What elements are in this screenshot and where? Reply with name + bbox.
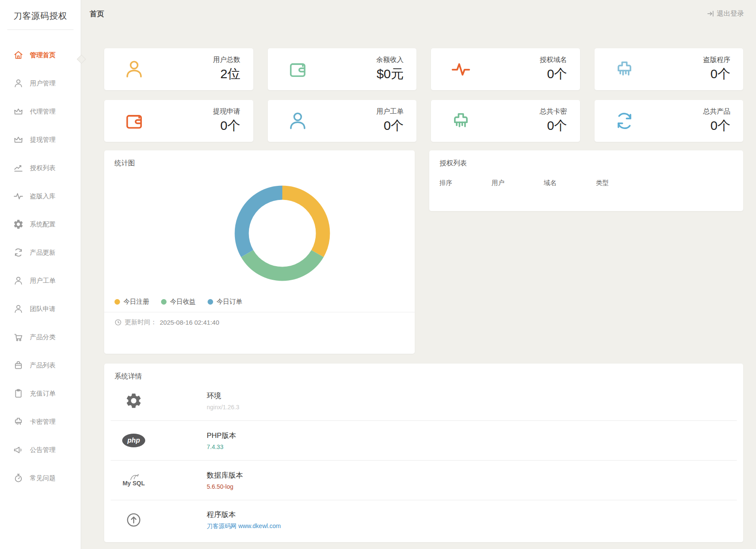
system-row-database: My SQL 数据库版本 5.6.50-log [104,461,743,500]
system-row-value: 7.4.33 [207,443,236,450]
legend-item-income[interactable]: 今日收益 [161,298,196,306]
mysql-logo-text: My SQL [123,480,145,487]
brush-icon [450,110,472,132]
php-logo: php [110,434,157,447]
brush-icon [13,416,24,427]
brush-icon [613,58,636,80]
system-row-label: 数据库版本 [207,470,243,480]
logout-label: 退出登录 [717,9,744,18]
user-icon [123,58,145,80]
middle-row: 统计图 今日注册 今日收益 [104,150,743,354]
program-version-link[interactable]: 刀客源码网 www.dkewl.com [207,523,281,530]
sidebar-item-auth-list[interactable]: 授权列表 [0,154,81,182]
sidebar-item-system-config[interactable]: 系统配置 [0,210,81,238]
legend-dot [161,299,167,305]
wallet-icon [123,110,145,132]
gear-icon [13,219,24,230]
stat-card-withdraw-requests: 提现申请 0个 [104,100,253,142]
sidebar-item-label: 产品列表 [30,361,56,370]
stat-card-user-tickets: 用户工单 0个 [268,100,417,142]
sidebar-item-product-update[interactable]: 产品更新 [0,238,81,267]
refresh-icon [613,110,636,132]
trend-chart-icon [13,162,24,173]
stat-value: 0个 [213,117,240,135]
system-row-program-version: 程序版本 刀客源码网 www.dkewl.com [104,500,743,540]
legend-label: 今日收益 [170,298,196,306]
system-row-value: 5.6.50-log [207,483,243,490]
stat-card-auth-domains: 授权域名 0个 [431,48,580,90]
system-details-card: 系统详情 环境 nginx/1.26.3 php PHP版本 [104,364,743,542]
sidebar-item-product-list[interactable]: 产品列表 [0,351,81,379]
sidebar-item-withdraw-management[interactable]: 提现管理 [0,126,81,154]
sidebar-item-admin-home[interactable]: 管理首页 [0,41,81,69]
user-icon [13,275,24,286]
stat-label: 总共产品 [703,107,730,116]
auth-column-user: 用户 [492,179,544,187]
system-details-title: 系统详情 [104,364,743,381]
sidebar-item-agent-management[interactable]: 代理管理 [0,97,81,126]
stats-chart-card: 统计图 今日注册 今日收益 [104,150,415,354]
stat-label: 盗版程序 [703,56,730,65]
clipboard-icon [13,388,24,399]
main-area: 首页 退出登录 用户总数 2位 [81,0,756,549]
legend-item-orders[interactable]: 今日订单 [208,298,242,306]
legend-dot [114,299,120,305]
mysql-logo: My SQL [110,474,157,487]
stat-value: $0元 [376,65,404,83]
user-icon [13,303,24,314]
sidebar-item-label: 代理管理 [30,108,56,116]
sidebar-item-team-apply[interactable]: 团队申请 [0,295,81,323]
wallet-icon [287,58,309,80]
stat-label: 用户总数 [213,56,240,65]
chart-legend: 今日注册 今日收益 今日订单 [104,296,415,312]
stat-value: 0个 [703,65,730,83]
update-time-label: 更新时间： [125,318,157,326]
refresh-icon [13,247,24,258]
sidebar-item-pirate-storage[interactable]: 盗版入库 [0,182,81,210]
legend-dot [208,299,213,305]
sidebar-item-label: 提现管理 [30,136,56,144]
sidebar-item-user-management[interactable]: 用户管理 [0,69,81,97]
sidebar-item-faq[interactable]: 常见问题 [0,464,81,492]
stat-value: 0个 [703,117,730,135]
topbar: 首页 退出登录 [81,0,756,27]
donut-slice-income [247,254,318,274]
pulse-icon [13,191,24,202]
bag-icon [13,360,24,371]
megaphone-icon [13,444,24,455]
donut-chart-svg [233,184,331,282]
sidebar-item-label: 授权列表 [30,164,56,172]
stat-value: 0个 [540,117,567,135]
legend-label: 今日订单 [217,298,242,306]
stat-card-total-users: 用户总数 2位 [104,48,253,90]
stat-label: 提现申请 [213,107,240,116]
home-icon [13,50,24,61]
sidebar-item-label: 用户工单 [30,277,56,285]
auth-list-title: 授权列表 [429,150,743,168]
sidebar-nav: 管理首页 用户管理 代理管理 提现管理 [0,41,81,492]
sidebar-item-card-key-management[interactable]: 卡密管理 [0,408,81,436]
legend-label: 今日注册 [123,298,149,306]
sidebar-item-user-tickets[interactable]: 用户工单 [0,267,81,295]
sidebar-item-label: 公告管理 [30,446,56,454]
sidebar-item-label: 卡密管理 [30,418,56,426]
gear-icon [110,392,157,410]
cart-icon [13,332,24,343]
auth-list-header: 排序 用户 域名 类型 [429,168,743,187]
logout-button[interactable]: 退出登录 [706,9,744,18]
pulse-icon [450,58,472,80]
auth-column-sort: 排序 [440,179,492,187]
legend-item-register[interactable]: 今日注册 [114,298,149,306]
sidebar-item-announcement-management[interactable]: 公告管理 [0,436,81,464]
arrow-up-circle-icon [110,511,157,528]
divider [7,29,73,30]
sidebar-item-product-category[interactable]: 产品分类 [0,323,81,351]
content: 用户总数 2位 余额收入 $0元 [81,48,756,542]
stat-card-balance-income: 余额收入 $0元 [268,48,417,90]
sidebar: 刀客源码授权 管理首页 用户管理 代理 [0,0,81,549]
sidebar-item-recharge-orders[interactable]: 充值订单 [0,379,81,408]
app-logo: 刀客源码授权 [0,0,81,29]
system-row-value: nginx/1.26.3 [207,404,239,411]
stat-value: 0个 [540,65,567,83]
system-row-environment: 环境 nginx/1.26.3 [104,381,743,420]
